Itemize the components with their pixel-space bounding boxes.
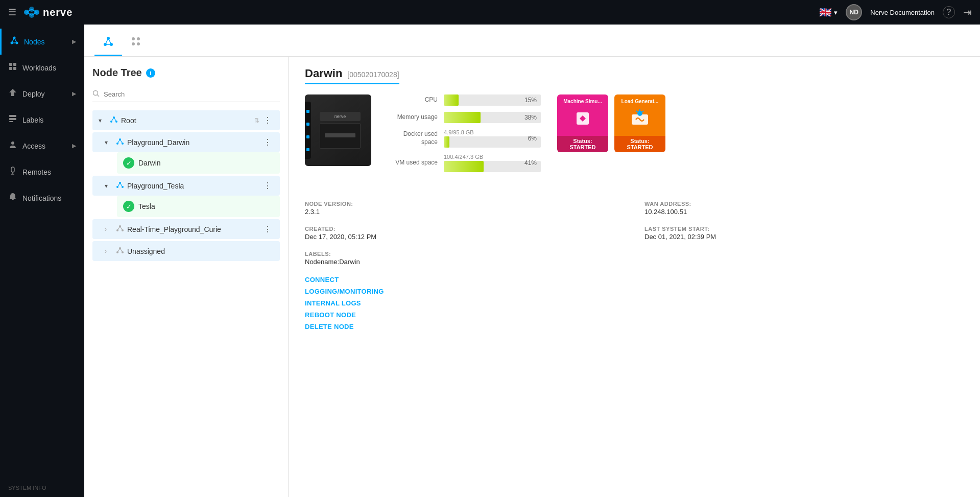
svg-line-57 — [120, 226, 123, 230]
svg-point-33 — [137, 37, 140, 40]
svg-line-51 — [117, 183, 120, 187]
svg-line-62 — [120, 248, 123, 252]
tree-group-unassigned-header[interactable]: › Unassigned — [92, 241, 280, 261]
tesla-more-icon[interactable]: ⋮ — [261, 181, 274, 191]
help-icon[interactable]: ? — [943, 6, 955, 18]
left-panel: Node Tree i ▾ Root — [84, 57, 289, 497]
stat-docker-text: 6% — [528, 135, 537, 142]
svg-line-37 — [98, 95, 100, 97]
sidebar-item-deploy[interactable]: Deploy ▶ — [0, 81, 84, 107]
tab-node-tree[interactable] — [94, 31, 122, 56]
wc-load-gen-icon — [630, 108, 650, 133]
svg-rect-15 — [13, 63, 16, 66]
node-info-wan: WAN ADDRESS: 10.248.100.51 — [644, 201, 964, 216]
app-body: Nodes ▶ Workloads Deploy ▶ Labels — [0, 25, 980, 497]
svg-point-36 — [93, 91, 98, 96]
wc-machine-sim-title: Machine Simu... — [563, 99, 602, 104]
stat-docker-label: Docker used space — [388, 130, 444, 146]
version-val: 2.3.1 — [305, 208, 624, 216]
info-icon[interactable]: i — [146, 68, 155, 78]
svg-line-46 — [117, 139, 120, 144]
curie-more-icon[interactable]: ⋮ — [261, 224, 274, 234]
node-detail-grid: nerve — [305, 94, 665, 178]
sidebar-item-notifications[interactable]: Notifications — [0, 185, 84, 211]
main-content: Node Tree i ▾ Root — [84, 25, 980, 497]
curie-group-icon — [116, 224, 124, 234]
nodes-arrow: ▶ — [72, 38, 76, 45]
logout-icon[interactable]: ⇥ — [963, 6, 972, 18]
svg-rect-19 — [9, 118, 16, 120]
deploy-arrow: ▶ — [72, 90, 76, 97]
nodes-icon — [10, 36, 19, 48]
node-title: Darwin — [305, 67, 342, 80]
deploy-icon — [8, 88, 17, 100]
tree-node-tesla[interactable]: ✓ Tesla — [117, 196, 280, 217]
unassigned-chevron: › — [105, 248, 113, 255]
stat-vm-text: 41% — [524, 159, 537, 167]
svg-point-32 — [132, 37, 135, 40]
stat-cpu: CPU 15% — [388, 94, 541, 106]
tree-group-darwin-header[interactable]: ▾ Playground_Darwin ⋮ — [92, 132, 280, 152]
stat-cpu-label: CPU — [388, 96, 444, 104]
workload-card-machine-sim[interactable]: Machine Simu... Status: STARTED — [557, 94, 608, 152]
internal-logs-link[interactable]: INTERNAL LOGS — [305, 299, 964, 307]
svg-rect-16 — [9, 67, 12, 70]
node-id: [005020170028] — [347, 70, 399, 79]
user-name[interactable]: Nerve Documentation — [870, 9, 935, 16]
user-avatar[interactable]: ND — [846, 4, 862, 20]
svg-line-41 — [111, 117, 114, 122]
stat-vm-bar: 100.4/247.3 GB 41% — [444, 154, 541, 172]
hamburger-icon[interactable]: ☰ — [8, 7, 16, 18]
root-more-icon[interactable]: ⋮ — [261, 115, 274, 125]
tesla-group-label: Playground_Tesla — [127, 182, 261, 190]
tree-root: ▾ Root ⇅ ⋮ — [92, 110, 280, 130]
wc-load-gen-status: Status: STARTED — [614, 136, 665, 152]
flag-icon: 🇬🇧 — [819, 6, 832, 18]
tesla-chevron: ▾ — [105, 182, 113, 190]
topnav: ☰ nerve 🇬🇧 ▾ ND Nerve Documentation ? ⇥ — [0, 0, 980, 25]
delete-link[interactable]: DELETE NODE — [305, 323, 964, 330]
tree-group-curie-header[interactable]: › Real-Time_Playground_Curie ⋮ — [92, 219, 280, 239]
sidebar-item-remotes[interactable]: Remotes — [0, 159, 84, 185]
tree-root-header[interactable]: ▾ Root ⇅ ⋮ — [92, 110, 280, 130]
logging-link[interactable]: LOGGING/MONITORING — [305, 288, 964, 295]
sidebar-item-workloads[interactable]: Workloads — [0, 55, 84, 81]
labels-val: Nodename:Darwin — [305, 258, 964, 266]
language-selector[interactable]: 🇬🇧 ▾ — [819, 6, 838, 18]
sidebar-item-access[interactable]: Access ▶ — [0, 133, 84, 159]
stat-docker-bar: 4.9/95.8 GB 6% — [444, 129, 541, 148]
darwin-more-icon[interactable]: ⋮ — [261, 137, 274, 147]
connect-link[interactable]: CONNECT — [305, 276, 964, 283]
stat-memory-text: 38% — [524, 114, 537, 121]
sidebar-remotes-label: Remotes — [22, 168, 76, 176]
sidebar-notifications-label: Notifications — [22, 194, 76, 202]
right-panel: Darwin [005020170028] — [289, 57, 980, 497]
access-arrow: ▶ — [72, 143, 76, 149]
tab-list[interactable] — [122, 31, 150, 56]
nerve-logo-text: nerve — [43, 7, 73, 18]
workload-card-load-gen[interactable]: Load Generat... Status: STARTED — [614, 94, 665, 152]
node-info-created: CREATED: Dec 17, 2020, 05:12 PM — [305, 226, 624, 241]
darwin-chevron: ▾ — [105, 139, 113, 146]
reboot-link[interactable]: REBOOT NODE — [305, 311, 964, 319]
tesla-child-label: Tesla — [138, 202, 155, 210]
stat-vm: VM used space 100.4/247.3 GB 41% — [388, 154, 541, 172]
stat-memory: Memory usage 38% — [388, 112, 541, 123]
tree-group-tesla-header[interactable]: ▾ Playground_Tesla ⋮ — [92, 176, 280, 196]
svg-line-11 — [12, 38, 14, 43]
svg-rect-20 — [9, 121, 13, 122]
search-box — [92, 87, 280, 102]
created-key: CREATED: — [305, 226, 624, 232]
flag-arrow: ▾ — [834, 9, 838, 16]
tree-group-tesla: ▾ Playground_Tesla ⋮ ✓ Tesla — [92, 176, 280, 217]
tree-node-darwin[interactable]: ✓ Darwin — [117, 152, 280, 174]
wan-val: 10.248.100.51 — [644, 208, 964, 216]
sidebar: Nodes ▶ Workloads Deploy ▶ Labels — [0, 25, 84, 497]
wc-machine-sim-icon — [572, 108, 593, 133]
version-key: NODE VERSION: — [305, 201, 624, 207]
svg-line-12 — [14, 38, 17, 43]
sidebar-item-nodes[interactable]: Nodes ▶ — [0, 29, 84, 55]
sidebar-item-labels[interactable]: Labels — [0, 107, 84, 133]
tesla-group-icon — [116, 181, 124, 191]
search-input[interactable] — [104, 90, 280, 98]
